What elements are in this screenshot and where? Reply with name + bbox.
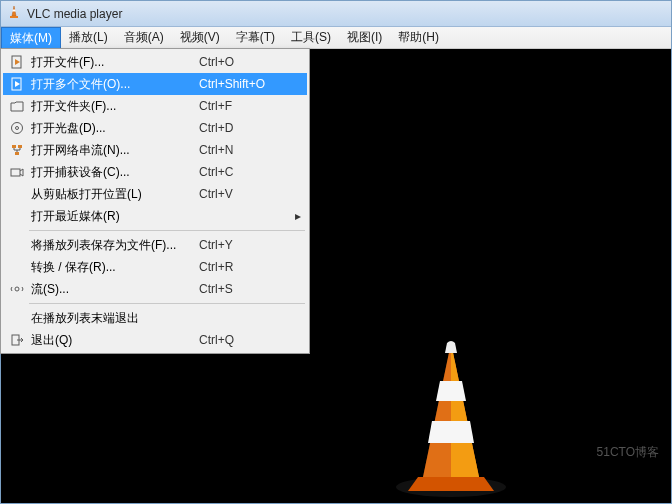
disc-icon xyxy=(7,121,27,135)
svg-rect-9 xyxy=(11,169,20,176)
menu-item-shortcut: Ctrl+S xyxy=(199,282,289,296)
menu-item-shortcut: Ctrl+V xyxy=(199,187,289,201)
menu-separator xyxy=(29,303,305,304)
menubar: 媒体(M) 播放(L) 音频(A) 视频(V) 字幕(T) 工具(S) 视图(I… xyxy=(1,27,671,49)
menu-item-6[interactable]: 从剪贴板打开位置(L)Ctrl+V xyxy=(3,183,307,205)
menu-item-label: 从剪贴板打开位置(L) xyxy=(27,186,199,203)
network-icon xyxy=(7,143,27,157)
menu-item-label: 打开多个文件(O)... xyxy=(27,76,199,93)
menu-item-label: 转换 / 保存(R)... xyxy=(27,259,199,276)
menu-item-14[interactable]: 退出(Q)Ctrl+Q xyxy=(3,329,307,351)
svg-rect-0 xyxy=(10,16,18,18)
menu-item-10[interactable]: 转换 / 保存(R)...Ctrl+R xyxy=(3,256,307,278)
menu-item-shortcut: Ctrl+Shift+O xyxy=(199,77,289,91)
menu-item-shortcut: Ctrl+D xyxy=(199,121,289,135)
menu-item-2[interactable]: 打开文件夹(F)...Ctrl+F xyxy=(3,95,307,117)
submenu-arrow-icon: ▸ xyxy=(289,209,301,223)
menu-item-label: 在播放列表末端退出 xyxy=(27,310,199,327)
menu-tools[interactable]: 工具(S) xyxy=(283,27,339,48)
file-play-icon xyxy=(7,77,27,91)
quit-icon xyxy=(7,333,27,347)
svg-rect-8 xyxy=(15,152,19,155)
menu-media[interactable]: 媒体(M) xyxy=(1,27,61,48)
menu-item-shortcut: Ctrl+N xyxy=(199,143,289,157)
menu-item-label: 打开最近媒体(R) xyxy=(27,208,199,225)
svg-rect-6 xyxy=(12,145,16,148)
menu-video[interactable]: 视频(V) xyxy=(172,27,228,48)
menu-item-label: 打开捕获设备(C)... xyxy=(27,164,199,181)
menu-item-shortcut: Ctrl+F xyxy=(199,99,289,113)
menu-help[interactable]: 帮助(H) xyxy=(390,27,447,48)
file-play-icon xyxy=(7,55,27,69)
menu-item-shortcut: Ctrl+R xyxy=(199,260,289,274)
menu-item-7[interactable]: 打开最近媒体(R)▸ xyxy=(3,205,307,227)
folder-icon xyxy=(7,99,27,113)
watermark: 51CTO博客 xyxy=(597,444,659,461)
svg-point-4 xyxy=(12,123,23,134)
menu-item-label: 打开网络串流(N)... xyxy=(27,142,199,159)
menu-item-shortcut: Ctrl+Q xyxy=(199,333,289,347)
menu-item-shortcut: Ctrl+O xyxy=(199,55,289,69)
menu-play[interactable]: 播放(L) xyxy=(61,27,116,48)
menu-item-shortcut: Ctrl+Y xyxy=(199,238,289,252)
capture-icon xyxy=(7,165,27,179)
window-title: VLC media player xyxy=(27,7,122,21)
svg-point-10 xyxy=(15,287,19,291)
menu-item-label: 退出(Q) xyxy=(27,332,199,349)
menu-item-label: 打开文件(F)... xyxy=(27,54,199,71)
menu-item-label: 流(S)... xyxy=(27,281,199,298)
app-window: VLC media player 媒体(M) 播放(L) 音频(A) 视频(V)… xyxy=(0,0,672,504)
menu-view[interactable]: 视图(I) xyxy=(339,27,390,48)
app-icon xyxy=(7,5,21,23)
menu-item-label: 打开文件夹(F)... xyxy=(27,98,199,115)
svg-rect-7 xyxy=(18,145,22,148)
menu-audio[interactable]: 音频(A) xyxy=(116,27,172,48)
titlebar: VLC media player xyxy=(1,1,671,27)
menu-item-label: 打开光盘(D)... xyxy=(27,120,199,137)
menu-item-label: 将播放列表保存为文件(F)... xyxy=(27,237,199,254)
menu-item-13[interactable]: 在播放列表末端退出 xyxy=(3,307,307,329)
media-menu-dropdown: 打开文件(F)...Ctrl+O打开多个文件(O)...Ctrl+Shift+O… xyxy=(0,48,310,354)
menu-item-shortcut: Ctrl+C xyxy=(199,165,289,179)
menu-item-5[interactable]: 打开捕获设备(C)...Ctrl+C xyxy=(3,161,307,183)
menu-subtitle[interactable]: 字幕(T) xyxy=(228,27,283,48)
menu-separator xyxy=(29,230,305,231)
svg-point-5 xyxy=(16,127,19,130)
menu-item-4[interactable]: 打开网络串流(N)...Ctrl+N xyxy=(3,139,307,161)
stream-icon xyxy=(7,282,27,296)
vlc-logo xyxy=(381,329,521,503)
menu-item-11[interactable]: 流(S)...Ctrl+S xyxy=(3,278,307,300)
menu-item-9[interactable]: 将播放列表保存为文件(F)...Ctrl+Y xyxy=(3,234,307,256)
menu-item-0[interactable]: 打开文件(F)...Ctrl+O xyxy=(3,51,307,73)
menu-item-3[interactable]: 打开光盘(D)...Ctrl+D xyxy=(3,117,307,139)
menu-item-1[interactable]: 打开多个文件(O)...Ctrl+Shift+O xyxy=(3,73,307,95)
